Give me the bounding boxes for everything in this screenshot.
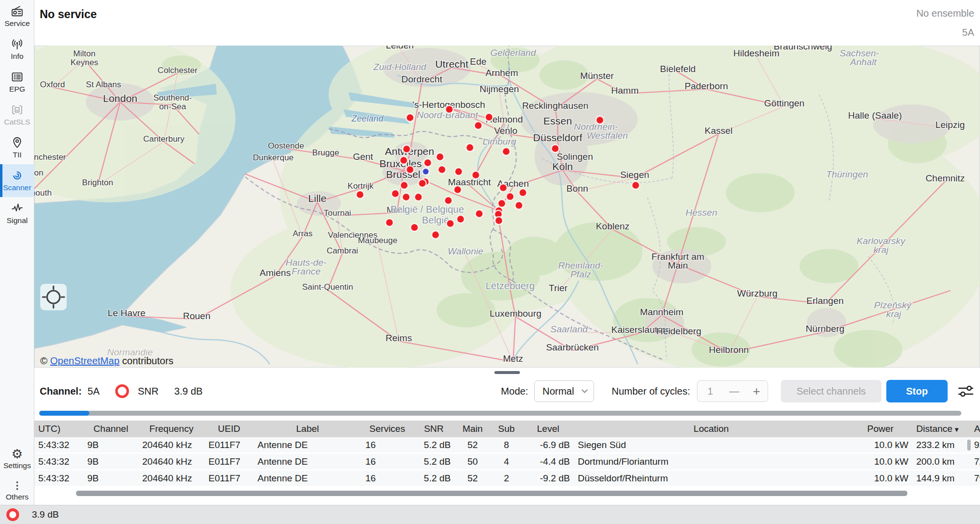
filter-tune-icon[interactable] [956,382,975,400]
table-column-header[interactable]: Power [849,421,912,437]
transmitter-dot[interactable] [400,181,408,189]
transmitter-dot[interactable] [455,168,463,175]
stop-button[interactable]: Stop [886,380,948,402]
transmitter-dot[interactable] [596,116,604,124]
map[interactable]: MiltonKeynesColchesterOxfordSt AlbansLon… [34,46,980,368]
openstreetmap-link[interactable]: OpenStreetMap [50,355,119,366]
map-place-label: Maastricht [448,177,491,187]
table-column-header[interactable]: Main [455,421,490,437]
map-place-label: Münster [580,71,614,81]
transmitter-dot[interactable] [400,156,408,164]
gps-locate-button[interactable] [40,284,67,310]
transmitter-dot[interactable] [495,217,503,225]
map-place-label: Wallonie [448,246,484,256]
map-place-label: Utrecht [435,58,468,70]
transmitter-dot[interactable] [506,193,514,200]
sidebar-label: TII [13,150,22,159]
transmitter-dot[interactable] [432,231,439,239]
map-place-label: Zeeland [351,114,384,124]
table-cell: Antenne DE [254,437,361,452]
table-column-header[interactable]: Services [361,421,413,437]
map-place-label: Canterbury [143,134,185,144]
sidebar-item-signal[interactable]: Signal [0,197,34,230]
map-place-label: Dunkerque [253,153,293,162]
table-column-header[interactable]: Distance▼ [912,421,970,437]
mode-select[interactable]: Normal [534,380,594,402]
transmitter-dot[interactable] [438,166,446,174]
transmitter-dot[interactable] [502,148,510,155]
transmitter-dot[interactable] [485,113,493,121]
vertical-scrollbar[interactable] [967,440,971,450]
map-place-label: Köln [552,161,573,172]
map-place-label: kraj [874,245,889,255]
sidebar-item-catsls[interactable]: CatSLS [0,99,34,131]
sidebar-item-epg[interactable]: EPG [0,66,34,99]
transmitter-dot[interactable] [454,186,462,194]
table-cell: 200.0 km [912,454,970,469]
transmitter-dot[interactable] [445,105,453,113]
transmitter-dot[interactable] [499,184,507,192]
transmitter-dot[interactable] [632,181,640,189]
cycles-decrement-button[interactable]: — [723,381,746,401]
table-column-header[interactable]: Sub [490,421,522,437]
transmitter-dot[interactable] [403,145,411,153]
transmitter-dot[interactable] [406,114,414,122]
table-row[interactable]: 5:43:329B204640 kHzE011F7Antenne DE165.2… [34,454,980,471]
transmitter-dot[interactable] [386,219,393,226]
broadcast-icon [11,38,24,50]
map-place-label: Cambrai [327,246,358,255]
scan-progress-fill [39,411,89,416]
transmitter-dot[interactable] [406,166,414,174]
table-column-header[interactable]: Level [522,421,574,437]
map-place-label: België [422,215,449,225]
transmitter-dot[interactable] [411,224,418,231]
table-column-header[interactable]: SNR [413,421,455,437]
transmitter-dot[interactable] [402,193,410,201]
sidebar-item-settings[interactable]: ⚙ Settings [0,443,34,475]
splitter-handle[interactable] [494,371,520,374]
transmitter-dot[interactable] [436,153,444,161]
sidebar-item-scanner[interactable]: Scanner [0,164,34,197]
transmitter-dot[interactable] [472,171,480,179]
table-row[interactable]: 5:43:329B204640 kHzE011F7Antenne DE165.2… [34,471,980,487]
transmitter-dot[interactable] [466,144,474,151]
table-cell: 10.0 kW [849,471,912,486]
scan-progress-track [39,411,961,416]
sidebar-item-tii[interactable]: TII [0,131,34,164]
transmitter-dot[interactable] [446,220,454,227]
map-place-label: Nürnberg [805,324,844,334]
transmitter-dot[interactable] [457,215,464,223]
transmitter-dot[interactable] [424,159,432,167]
transmitter-dot[interactable] [498,200,506,207]
map-place-label: Brighton [82,178,113,187]
transmitter-dot[interactable] [475,210,483,218]
selected-transmitter-dot[interactable] [422,168,429,175]
sidebar-item-service[interactable]: Service [0,0,34,33]
map-place-label: Essen [543,115,572,126]
table-column-header[interactable]: Location [574,421,849,437]
transmitter-dot[interactable] [551,145,559,152]
transmitter-dot[interactable] [474,122,482,129]
select-channels-button[interactable]: Select channels [781,380,881,402]
transmitter-dot[interactable] [418,179,426,187]
transmitter-dot[interactable] [444,197,452,204]
table-column-header[interactable]: Frequency [138,421,205,437]
transmitter-dot[interactable] [519,189,527,197]
sidebar-item-info[interactable]: Info [0,33,34,66]
table-row[interactable]: 5:43:329B204640 kHzE011F7Antenne DE165.2… [34,437,980,454]
transmitter-dot[interactable] [515,201,523,209]
table-column-header[interactable]: UEID [205,421,254,437]
table-column-header[interactable]: UTC) [34,421,83,437]
radio-icon [11,5,24,18]
transmitter-dot[interactable] [356,191,364,199]
transmitter-dot[interactable] [391,190,399,198]
cycles-increment-button[interactable]: + [746,381,768,401]
horizontal-scrollbar[interactable] [76,491,907,496]
transmitter-dot[interactable] [414,193,422,201]
table-column-header[interactable]: Label [254,421,361,437]
table-column-header[interactable]: Channel [83,421,138,437]
table-column-header[interactable]: A [970,421,980,437]
scan-results-table: UTC)ChannelFrequencyUEIDLabelServicesSNR… [34,421,980,487]
sidebar-item-others[interactable]: ⋮ Others [0,475,34,505]
table-cell: 9B [83,437,138,452]
